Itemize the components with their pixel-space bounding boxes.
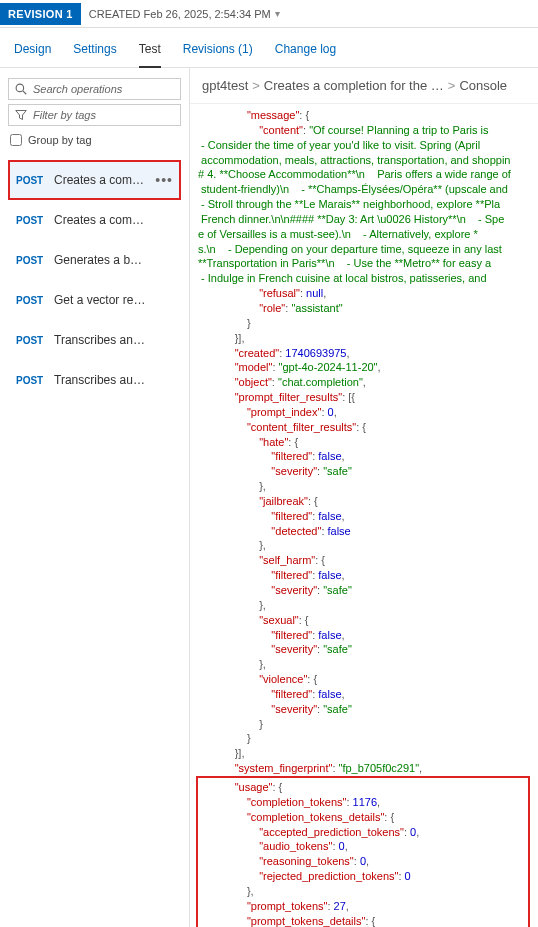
group-label: Group by tag (28, 134, 92, 146)
top-bar: REVISION 1 CREATED Feb 26, 2025, 2:54:34… (0, 0, 538, 28)
crumb-op[interactable]: Creates a completion for the … (264, 78, 444, 93)
tab-design[interactable]: Design (14, 36, 51, 67)
revision-badge[interactable]: REVISION 1 (0, 3, 81, 25)
search-input[interactable]: Search operations (8, 78, 181, 100)
chevron-down-icon: ▾ (275, 8, 280, 19)
tab-settings[interactable]: Settings (73, 36, 116, 67)
more-icon[interactable]: ••• (155, 172, 173, 188)
operation-item[interactable]: POSTGet a vector repr…••• (8, 280, 181, 320)
op-label: Transcribes audio… (54, 373, 147, 387)
op-method: POST (16, 175, 46, 186)
operation-item[interactable]: POSTCreates a comple…••• (8, 200, 181, 240)
operation-list: POSTCreates a comple…•••POSTCreates a co… (8, 160, 181, 400)
operation-item[interactable]: POSTGenerates a batc…••• (8, 240, 181, 280)
sidebar: Search operations Filter by tags Group b… (0, 68, 190, 927)
op-method: POST (16, 295, 46, 306)
revision-meta-text: CREATED Feb 26, 2025, 2:54:34 PM (89, 8, 271, 20)
op-label: Generates a batc… (54, 253, 147, 267)
filter-placeholder: Filter by tags (33, 109, 96, 121)
crumb-console: Console (459, 78, 507, 93)
group-checkbox[interactable] (10, 134, 22, 146)
json-response-pane[interactable]: "message": { "content": "Of course! Plan… (190, 104, 538, 927)
crumb-api[interactable]: gpt4test (202, 78, 248, 93)
filter-input[interactable]: Filter by tags (8, 104, 181, 126)
svg-marker-2 (16, 111, 27, 120)
revision-meta[interactable]: CREATED Feb 26, 2025, 2:54:34 PM ▾ (81, 8, 280, 20)
tab-revisions[interactable]: Revisions (1) (183, 36, 253, 67)
filter-icon (15, 109, 27, 121)
op-label: Creates a comple… (54, 213, 147, 227)
search-placeholder: Search operations (33, 83, 122, 95)
breadcrumb: gpt4test>Creates a completion for the …>… (190, 68, 538, 104)
tabs-row: Design Settings Test Revisions (1) Chang… (0, 28, 538, 68)
op-method: POST (16, 335, 46, 346)
group-by-tag-toggle[interactable]: Group by tag (8, 130, 181, 154)
operation-item[interactable]: POSTCreates a comple…••• (8, 160, 181, 200)
op-label: Transcribes and t… (54, 333, 147, 347)
content-pane: gpt4test>Creates a completion for the …>… (190, 68, 538, 927)
operation-item[interactable]: POSTTranscribes and t…••• (8, 320, 181, 360)
operation-item[interactable]: POSTTranscribes audio…••• (8, 360, 181, 400)
op-method: POST (16, 375, 46, 386)
search-icon (15, 83, 27, 95)
op-method: POST (16, 215, 46, 226)
tab-test[interactable]: Test (139, 36, 161, 68)
op-label: Get a vector repr… (54, 293, 147, 307)
tab-changelog[interactable]: Change log (275, 36, 336, 67)
usage-highlight-box: "usage": { "completion_tokens": 1176, "c… (196, 776, 530, 927)
svg-line-1 (23, 91, 26, 94)
svg-point-0 (16, 84, 24, 92)
main-area: Search operations Filter by tags Group b… (0, 68, 538, 927)
op-label: Creates a comple… (54, 173, 147, 187)
op-method: POST (16, 255, 46, 266)
